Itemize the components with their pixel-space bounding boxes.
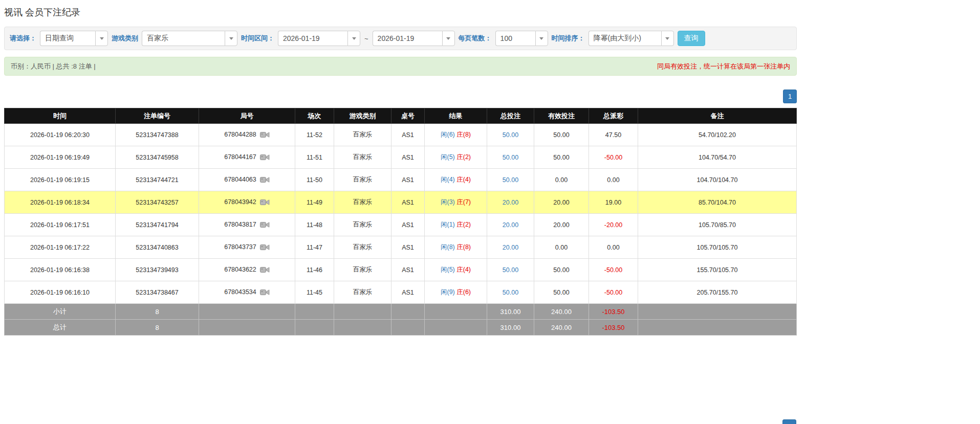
cell-round-id: 678043942	[199, 191, 295, 214]
cell-round-id: 678044288	[199, 124, 295, 146]
video-replay-icon[interactable]	[260, 266, 270, 274]
cell-bet-id: 523134743257	[116, 191, 199, 214]
date-from-dropdown-button[interactable]	[347, 31, 360, 46]
video-replay-icon[interactable]	[260, 288, 270, 296]
pagination-bottom: 1	[782, 419, 796, 424]
cell-table-no: AS1	[391, 124, 425, 146]
cell-valid-bet: 20.00	[534, 191, 589, 214]
total-bet-link[interactable]: 50.00	[503, 266, 518, 274]
cell-valid-bet: 0.00	[534, 169, 589, 191]
cell-round-id: 678043534	[199, 281, 295, 304]
cell-remark: 105.70/105.70	[638, 236, 797, 259]
total-bet-link[interactable]: 20.00	[503, 221, 518, 229]
cell-table-no: AS1	[391, 146, 425, 169]
video-replay-icon[interactable]	[260, 221, 270, 229]
cell-result: 闲(6) 庄(8)	[425, 124, 487, 146]
video-replay-icon[interactable]	[260, 243, 270, 251]
cell-time: 2026-01-19 06:19:15	[5, 169, 116, 191]
cell-session: 11-49	[295, 191, 334, 214]
cell-total-bet: 20.00	[487, 214, 534, 236]
caret-down-icon	[352, 37, 356, 40]
time-sort-input[interactable]	[589, 31, 661, 46]
cell-valid-bet: 0.00	[534, 236, 589, 259]
total-bet-link[interactable]: 50.00	[503, 289, 518, 296]
footer-valid-bet: 240.00	[534, 320, 589, 336]
cell-table-no: AS1	[391, 236, 425, 259]
result-player: 闲(6)	[441, 131, 455, 138]
table-row: 2026-01-19 06:16:10523134738467678043534…	[5, 281, 797, 304]
page-size-select	[495, 31, 548, 46]
date-from-input[interactable]	[278, 31, 347, 46]
game-type-dropdown-button[interactable]	[225, 31, 237, 46]
cell-total-bet: 20.00	[487, 236, 534, 259]
cell-bet-id: 523134740863	[116, 236, 199, 259]
date-to-dropdown-button[interactable]	[442, 31, 455, 46]
cell-round-id: 678043737	[199, 236, 295, 259]
page-number-button[interactable]: 1	[783, 90, 797, 103]
cell-time: 2026-01-19 06:17:51	[5, 214, 116, 236]
page-size-input[interactable]	[495, 31, 535, 46]
cell-valid-bet: 50.00	[534, 259, 589, 281]
cell-result: 闲(9) 庄(6)	[425, 281, 487, 304]
time-sort-dropdown-button[interactable]	[661, 31, 674, 46]
cell-result: 闲(8) 庄(8)	[425, 236, 487, 259]
footer-empty-cell	[425, 304, 487, 320]
footer-label: 总计	[5, 320, 116, 336]
footer-label: 小计	[5, 304, 116, 320]
total-bet-link[interactable]: 50.00	[503, 176, 518, 184]
table-row: 2026-01-19 06:17:22523134740863678043737…	[5, 236, 797, 259]
cell-valid-bet: 50.00	[534, 146, 589, 169]
table-row: 2026-01-19 06:17:51523134741794678043817…	[5, 214, 797, 236]
round-number: 678043737	[224, 243, 256, 251]
query-type-dropdown-button[interactable]	[95, 31, 108, 46]
grand-total-row: 总计8310.00240.00-103.50	[5, 320, 797, 336]
summary-currency-count: 币别：人民币 | 总共 :8 注单 |	[11, 62, 96, 71]
video-replay-icon[interactable]	[260, 198, 270, 206]
page-container: 视讯 会员下注纪录 请选择： 游戏类别 时间区间： ~ 每页笔数： 时间排序：	[4, 0, 797, 336]
query-type-input[interactable]	[40, 31, 95, 46]
total-bet-link[interactable]: 50.00	[503, 131, 518, 139]
header-time: 时间	[5, 108, 116, 124]
cell-table-no: AS1	[391, 169, 425, 191]
cell-total-bet: 50.00	[487, 281, 534, 304]
footer-empty-cell	[334, 320, 391, 336]
page-number-button-bottom[interactable]: 1	[782, 419, 796, 424]
total-bet-link[interactable]: 20.00	[503, 199, 518, 206]
cell-bet-id: 523134744721	[116, 169, 199, 191]
game-type-select	[142, 31, 237, 46]
footer-count: 8	[116, 320, 199, 336]
table-row: 2026-01-19 06:18:34523134743257678043942…	[5, 191, 797, 214]
caret-down-icon	[446, 37, 450, 40]
date-range-tilde: ~	[364, 35, 369, 42]
video-replay-icon[interactable]	[260, 131, 270, 139]
cell-remark: 104.70/54.70	[638, 146, 797, 169]
footer-empty-cell	[295, 304, 334, 320]
result-banker: 庄(2)	[456, 153, 471, 161]
result-banker: 庄(8)	[456, 243, 471, 251]
date-to-input[interactable]	[373, 31, 442, 46]
video-replay-icon[interactable]	[260, 176, 270, 184]
date-from-select	[278, 31, 360, 46]
page-size-label: 每页笔数：	[459, 34, 492, 43]
cell-session: 11-47	[295, 236, 334, 259]
cell-remark: 85.70/104.70	[638, 191, 797, 214]
time-sort-label: 时间排序：	[552, 34, 585, 43]
footer-empty-cell	[638, 320, 797, 336]
game-type-input[interactable]	[142, 31, 225, 46]
round-number: 678043817	[224, 221, 256, 228]
query-type-select	[40, 31, 108, 46]
video-replay-icon[interactable]	[260, 153, 270, 161]
cell-payout: -50.00	[589, 281, 638, 304]
result-player: 闲(5)	[441, 153, 455, 161]
round-number: 678044063	[224, 176, 256, 183]
header-game-type: 游戏类别	[334, 108, 391, 124]
footer-total-bet: 310.00	[487, 320, 534, 336]
total-bet-link[interactable]: 20.00	[503, 244, 518, 251]
table-row: 2026-01-19 06:19:15523134744721678044063…	[5, 169, 797, 191]
total-bet-link[interactable]: 50.00	[503, 154, 518, 161]
result-player: 闲(3)	[441, 198, 455, 206]
footer-valid-bet: 240.00	[534, 304, 589, 320]
query-button[interactable]: 查询	[678, 31, 705, 46]
page-size-dropdown-button[interactable]	[535, 31, 548, 46]
header-session: 场次	[295, 108, 334, 124]
